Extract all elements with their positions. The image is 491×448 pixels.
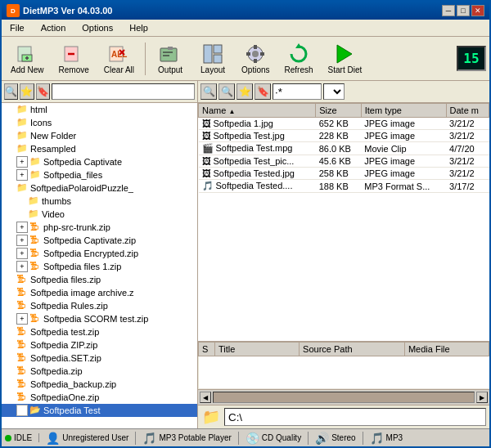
bottom-col-title[interactable]: Title [215,343,300,356]
layout-button[interactable]: Layout [193,40,232,77]
tree-tool-2[interactable]: ⭐ [20,83,34,100]
options-button[interactable]: Options [236,40,275,77]
tree-item-test-zip[interactable]: 🗜 Softpedia test.zip [2,325,197,338]
tree-item-video[interactable]: 📁 Video [2,208,197,221]
table-row[interactable]: 🖼Softpedia Test_pic... 45.6 KB JPEG imag… [199,155,489,168]
expand-icon[interactable]: + [16,156,28,168]
file-name: Softpedia Test.mpg [216,143,293,153]
col-name[interactable]: Name ▲ [199,104,316,118]
right-tool-star[interactable]: ⭐ [236,83,253,100]
tree-item-thumbs[interactable]: 📁 thumbs [2,195,197,208]
remove-button[interactable]: Remove [53,40,95,77]
start-diet-label: Start Diet [328,65,363,74]
col-item-type[interactable]: Item type [361,104,446,118]
tree-item-files1-zip[interactable]: + 🗜 Softpedia files 1.zip [2,260,197,273]
path-input[interactable] [224,408,486,426]
table-row[interactable]: 🎬Softpedia Test.mpg 86.0 KB Movie Clip 4… [199,142,489,155]
tree-tool-3[interactable]: 🔖 [36,83,50,100]
folder-open-icon: 📂 [29,405,41,416]
right-search-input[interactable] [273,83,322,100]
refresh-button[interactable]: Refresh [279,40,319,77]
table-row[interactable]: 🖼Softpedia Test.jpg 228 KB JPEG image 3/… [199,130,489,142]
right-tool-magnify[interactable]: 🔍 [200,83,217,100]
tree-item-php[interactable]: + 🗜 php-src-trunk.zip [2,221,197,234]
options-icon [244,43,267,65]
table-row[interactable]: 🎵Softpedia Tested.... 188 KB MP3 Format … [199,180,489,193]
bottom-col-media[interactable]: Media File [404,343,489,356]
svg-rect-16 [214,55,222,63]
left-panel: 🔍 ⭐ 🔖 📁 html 📁 Icons 📁 New Folder [2,81,198,428]
menu-file[interactable]: File [5,21,29,34]
status-stereo-label: Stereo [331,433,355,442]
file-type: Movie Clip [361,142,446,155]
bottom-col-s[interactable]: S [199,343,215,356]
maximize-button[interactable]: □ [457,5,470,16]
right-tool-search2[interactable]: 🔍 [218,83,235,100]
status-player-label: MP3 Potable Player [159,433,231,442]
tree-search-input[interactable] [52,83,195,100]
tree-item-resampled[interactable]: 📁 Resampled [2,142,197,155]
filter-dropdown[interactable] [323,83,345,100]
expand-icon[interactable]: + [16,313,28,325]
tree-item-zip-zip[interactable]: 🗜 Softpedia ZIP.zip [2,338,197,352]
close-button[interactable]: ✕ [471,5,484,16]
minimize-button[interactable]: ─ [442,5,455,16]
file-size: 258 KB [316,168,362,180]
diet-counter: 15 [457,46,486,71]
bottom-col-source[interactable]: Source Path [300,343,405,356]
tree-item-files[interactable]: + 📁 Softpedia_files [2,168,197,181]
folder-path-icon: 📁 [201,407,221,427]
tree-label: New Folder [30,131,76,141]
zip-icon: 🗜 [16,392,28,403]
tree-item-enc-zip[interactable]: + 🗜 Softpedia Encrypted.zip [2,247,197,260]
scroll-left-btn[interactable]: ◀ [200,392,211,403]
tree-item-html[interactable]: 📁 html [2,103,197,116]
tree-item-captivate[interactable]: + 📁 Softpedia Captivate [2,155,197,168]
add-new-button[interactable]: Add New [5,40,50,77]
table-row[interactable]: 🖼Softpedia 1.jpg 652 KB JPEG image 3/21/… [199,118,489,130]
zip-icon: 🗜 [16,326,28,338]
tree-label: Softpedia_backup.zip [30,379,116,389]
menu-help[interactable]: Help [124,21,153,34]
tree-item-softpedia-test[interactable]: - 📂 Softpedia Test [2,404,197,417]
tree-label: Softpedia ZIP.zip [30,340,97,350]
tree-item-newfolder[interactable]: 📁 New Folder [2,129,197,142]
table-row[interactable]: 🖼Softpedia Tested.jpg 258 KB JPEG image … [199,168,489,180]
file-name: Softpedia 1.jpg [214,119,273,128]
scroll-track[interactable] [213,392,475,403]
expand-icon[interactable]: + [16,261,28,272]
tree-item-rules-zip[interactable]: 🗜 Softpedia Rules.zip [2,299,197,312]
status-quality: 💿 CD Quality [246,432,309,445]
start-diet-button[interactable]: Start Diet [322,40,368,77]
tree-tool-1[interactable]: 🔍 [4,83,18,100]
tree-item-cap-zip[interactable]: + 🗜 Softpedia Captivate.zip [2,234,197,247]
tree-item-polaroid[interactable]: 📁 SoftpediaPolaroidPuzzle_ [2,181,197,195]
title-bar: D DietMP3 Ver 04.03.00 ─ □ ✕ [2,2,489,20]
tree-item-files-zip[interactable]: 🗜 Softpedia files.zip [2,273,197,286]
col-size[interactable]: Size [316,104,362,118]
title-bar-left: D DietMP3 Ver 04.03.00 [7,4,112,17]
tree-item-backup-zip[interactable]: 🗜 Softpedia_backup.zip [2,378,197,391]
format-icon: 🎵 [370,432,384,445]
tree-item-set-zip[interactable]: 🗜 Softpedia.SET.zip [2,352,197,365]
tree-item-scorm-zip[interactable]: + 🗜 Softpedia SCORM test.zip [2,312,197,325]
expand-icon[interactable]: + [16,169,28,181]
right-tool-bookmark[interactable]: 🔖 [255,83,271,100]
menu-options[interactable]: Options [77,21,118,34]
expand-icon[interactable]: + [16,248,28,259]
expand-icon[interactable]: - [16,405,28,416]
tree-item-image-zip[interactable]: 🗜 Softpedia image archive.z [2,286,197,299]
scroll-right-btn[interactable]: ▶ [476,392,488,403]
output-button[interactable]: Output [151,40,190,77]
tree-item-icons[interactable]: 📁 Icons [2,116,197,129]
clear-all-button[interactable]: ALL Clear All [98,40,140,77]
col-date[interactable]: Date m [446,104,489,118]
tree-label: Softpedia Rules.zip [30,301,108,311]
menu-action[interactable]: Action [36,21,71,34]
tree-item-softpedia-zip[interactable]: 🗜 Softpedia.zip [2,365,197,378]
expand-icon[interactable]: + [16,235,28,246]
tree-item-one-zip[interactable]: 🗜 SoftpediaOne.zip [2,391,197,404]
mp3-icon: 🎵 [142,432,156,445]
status-user: 👤 Unregistered User [46,432,136,445]
expand-icon[interactable]: + [16,222,28,233]
